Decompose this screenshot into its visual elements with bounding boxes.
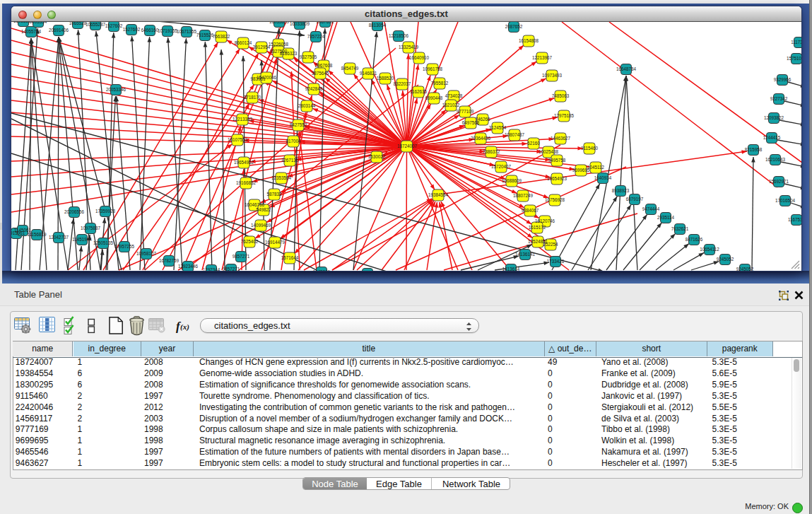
svg-text:19384554: 19384554 [428,192,449,197]
svg-text:7625402: 7625402 [241,239,259,244]
svg-text:12213383: 12213383 [233,117,253,122]
svg-text:9384067: 9384067 [522,208,539,213]
svg-text:16210643: 16210643 [765,157,786,162]
svg-text:10973493: 10973493 [542,73,563,78]
svg-text:14136141: 14136141 [515,252,536,257]
svg-text:10756928: 10756928 [545,197,565,202]
svg-text:15720407: 15720407 [491,164,512,169]
svg-text:4734028: 4734028 [445,93,463,98]
svg-text:1571644: 1571644 [281,255,299,260]
svg-text:1244415: 1244415 [763,135,781,140]
svg-text:62160: 62160 [527,141,540,146]
svg-text:12093822: 12093822 [764,115,784,120]
svg-text:9777109: 9777109 [457,109,474,114]
svg-text:1045112: 1045112 [587,165,605,170]
svg-text:1167533: 1167533 [788,217,801,222]
svg-text:7485063: 7485063 [552,93,570,98]
svg-text:16154808: 16154808 [519,38,539,43]
svg-text:9227342: 9227342 [770,96,788,101]
svg-text:2803144: 2803144 [298,103,316,108]
svg-text:1588520: 1588520 [377,76,394,81]
svg-text:2935114: 2935114 [657,215,675,220]
svg-text:19654923: 19654923 [547,176,567,181]
svg-text:12353594: 12353594 [271,175,292,180]
svg-text:1162635: 1162635 [410,89,428,94]
svg-text:9327505: 9327505 [300,54,317,59]
svg-text:2087652: 2087652 [505,24,523,29]
svg-text:587832: 587832 [266,192,282,197]
svg-text:2087652: 2087652 [317,22,334,24]
svg-text:20053346: 20053346 [106,87,126,92]
svg-text:15420046: 15420046 [257,75,277,80]
svg-text:3124554: 3124554 [489,125,507,130]
svg-text:817004: 817004 [286,139,301,144]
svg-text:2967608: 2967608 [315,63,333,68]
svg-text:10025438: 10025438 [539,149,559,154]
svg-text:9115460: 9115460 [581,146,599,151]
svg-text:9329966: 9329966 [774,77,792,82]
svg-text:10961758: 10961758 [423,66,443,71]
svg-text:20691406: 20691406 [49,28,69,33]
svg-text:9474444: 9474444 [642,206,660,211]
svg-text:7632621: 7632621 [671,226,689,231]
svg-text:8215958: 8215958 [745,147,763,152]
svg-text:9242848: 9242848 [305,86,323,91]
svg-text:6879197: 6879197 [626,197,644,201]
svg-text:16120746: 16120746 [535,218,555,223]
svg-text:14463627: 14463627 [551,136,571,141]
svg-text:16914479: 16914479 [265,240,286,245]
svg-text:252254: 252254 [543,242,558,247]
svg-text:17359928: 17359928 [95,209,116,214]
svg-text:3875645: 3875645 [312,71,329,76]
svg-text:15226058: 15226058 [269,42,289,47]
svg-text:18807249: 18807249 [513,193,534,198]
svg-text:549822: 549822 [256,207,271,212]
svg-text:1413614: 1413614 [502,267,520,271]
svg-text:1065528: 1065528 [69,22,87,25]
svg-text:16782759: 16782759 [159,258,180,263]
svg-text:7386372: 7386372 [483,149,500,154]
svg-text:1117304: 1117304 [791,40,801,45]
svg-text:10655287: 10655287 [86,22,106,27]
svg-text:9245052: 9245052 [736,267,754,271]
svg-text:8660124: 8660124 [235,40,252,45]
svg-text:8938923: 8938923 [612,188,630,193]
svg-text:14099469: 14099469 [251,223,271,228]
svg-text:8186323: 8186323 [280,51,298,56]
svg-text:7663822: 7663822 [213,34,230,39]
svg-text:16033809: 16033809 [269,22,290,24]
svg-text:16648784: 16648784 [616,66,637,71]
svg-text:17975185: 17975185 [554,113,575,118]
svg-text:10958107: 10958107 [136,251,157,256]
svg-text:1527602: 1527602 [105,23,123,28]
svg-text:2718170: 2718170 [244,95,261,100]
svg-text:3267130: 3267130 [281,158,299,163]
svg-text:9245052: 9245052 [717,257,734,262]
svg-text:8471626: 8471626 [686,237,703,242]
svg-text:17957255: 17957255 [114,244,135,249]
svg-text:12505135: 12505135 [93,240,114,245]
svg-text:1292344: 1292344 [203,267,220,271]
svg-text:16046786: 16046786 [245,202,265,207]
svg-text:10671355: 10671355 [177,29,197,34]
svg-text:9857271: 9857271 [223,267,240,271]
svg-text:7515526: 7515526 [196,33,214,37]
svg-text:19654952: 19654952 [234,160,254,165]
svg-text:(x): (x) [180,322,189,332]
svg-text:12213967: 12213967 [532,55,553,60]
svg-text:1615172: 1615172 [529,225,546,230]
svg-text:16640910: 16640910 [409,55,430,60]
svg-text:1640934: 1640934 [594,175,612,180]
svg-text:11451944: 11451944 [72,237,92,242]
svg-text:14055724: 14055724 [21,29,42,34]
svg-text:10654112: 10654112 [700,247,719,252]
svg-text:12923446: 12923446 [178,264,199,269]
svg-text:1527602: 1527602 [123,27,141,32]
svg-text:13325419: 13325419 [399,45,419,49]
svg-text:10688609: 10688609 [502,178,522,183]
svg-text:6466160: 6466160 [141,28,159,33]
svg-text:8813054: 8813054 [369,23,387,28]
svg-text:20364436: 20364436 [471,136,491,141]
svg-text:11156819: 11156819 [27,232,47,237]
svg-text:6990448: 6990448 [425,95,443,100]
